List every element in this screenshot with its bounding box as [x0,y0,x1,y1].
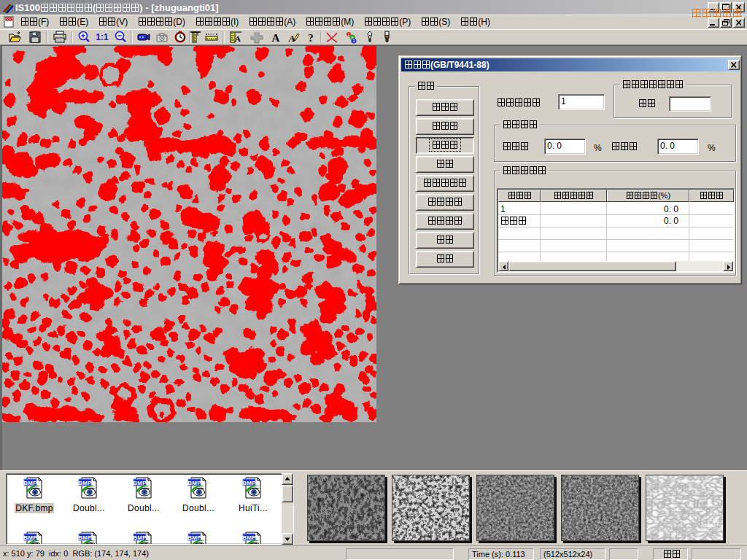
svg-text:A: A [272,32,280,44]
svg-text:A: A [235,34,241,43]
svg-text:?: ? [308,32,314,44]
svg-text:1:1: 1:1 [96,32,109,42]
svg-text:A: A [288,33,295,44]
svg-text:DOC: DOC [5,18,13,22]
svg-text:1: 1 [348,32,350,36]
